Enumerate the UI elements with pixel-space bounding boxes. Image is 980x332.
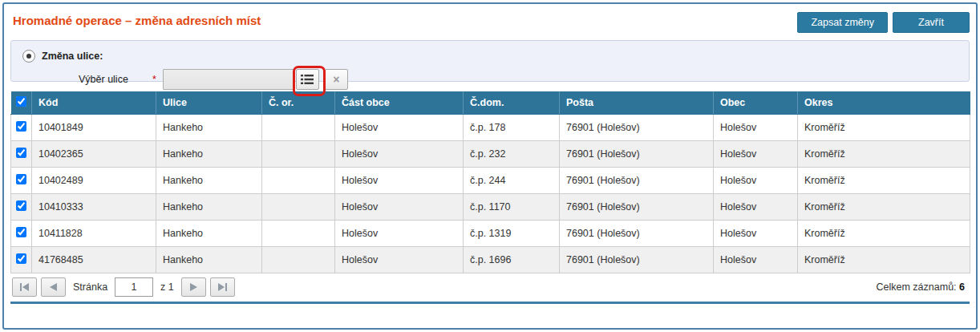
table-cell [262, 221, 335, 247]
total-records-label: Celkem záznamů: [877, 281, 957, 293]
table-row: 10402365HankehoHolešovč.p. 23276901 (Hol… [11, 141, 970, 168]
row-checkbox[interactable] [16, 200, 26, 211]
table-cell: č.p. 1319 [464, 221, 560, 247]
address-table: Kód Ulice Č. or. Část obce Č.dom. Pošta … [10, 91, 970, 273]
next-page-icon [190, 283, 197, 291]
total-records: Celkem záznamů: 6 [877, 281, 968, 293]
table-cell: Holešov [335, 194, 464, 221]
header-row: Kód Ulice Č. or. Část obce Č.dom. Pošta … [11, 91, 970, 115]
table-cell: Holešov [335, 115, 464, 141]
table-cell: Hankeho [156, 247, 262, 273]
row-checkbox[interactable] [16, 148, 26, 158]
table-cell: Holešov [335, 247, 464, 273]
table-cell: Hankeho [156, 115, 262, 141]
window: Hromadné operace – změna adresních míst … [2, 2, 978, 330]
list-icon [301, 75, 314, 84]
table-cell: 76901 (Holešov) [560, 168, 714, 194]
required-asterisk: * [152, 74, 156, 85]
last-page-button[interactable] [210, 277, 235, 297]
table-cell: Kroměříž [798, 194, 970, 221]
radio-dot [26, 54, 31, 59]
table-cell: Holešov [714, 194, 798, 221]
table-cell: Kroměříž [798, 221, 970, 247]
column-header-obec[interactable]: Obec [714, 91, 798, 115]
top-bar: Hromadné operace – změna adresních míst … [4, 4, 976, 33]
table-cell [262, 141, 335, 168]
page-count-label: z 1 [160, 281, 174, 293]
table-cell: 10411828 [32, 221, 156, 247]
street-input[interactable] [163, 69, 294, 90]
table-cell: Hankeho [156, 194, 262, 221]
table-cell: 10402365 [32, 141, 156, 168]
table-cell: Hankeho [156, 221, 262, 247]
page-label: Stránka [73, 281, 107, 293]
row-checkbox[interactable] [16, 174, 26, 184]
column-header-c-dom[interactable]: Č.dom. [464, 91, 560, 115]
clear-icon: × [333, 74, 339, 85]
table-cell: Holešov [714, 168, 798, 194]
pagination-bar: Stránka z 1 Celkem záznamů: 6 [10, 273, 970, 302]
table-row: 10411828HankehoHolešovč.p. 131976901 (Ho… [11, 221, 970, 247]
previous-page-button[interactable] [41, 277, 66, 297]
table-cell: Holešov [714, 221, 798, 247]
table-cell: č.p. 232 [464, 141, 560, 168]
address-grid: Kód Ulice Č. or. Část obce Č.dom. Pošta … [10, 91, 970, 304]
row-checkbox-cell [11, 115, 32, 141]
total-records-value: 6 [959, 281, 965, 293]
page-number-input[interactable] [115, 277, 153, 297]
table-cell: č.p. 1170 [464, 194, 560, 221]
table-cell: 41768485 [32, 247, 156, 273]
select-all-checkbox[interactable] [16, 96, 26, 107]
row-checkbox[interactable] [16, 253, 26, 264]
table-cell: Holešov [714, 115, 798, 141]
table-cell: 10402489 [32, 168, 156, 194]
close-button[interactable]: Zavřít [893, 12, 970, 33]
table-row: 10410333HankehoHolešovč.p. 117076901 (Ho… [11, 194, 970, 221]
first-page-button[interactable] [12, 277, 37, 297]
street-picker-button[interactable] [296, 69, 319, 90]
table-cell: č.p. 178 [464, 115, 560, 141]
last-page-icon [218, 283, 227, 291]
street-select-label: Výběr ulice [79, 74, 141, 85]
action-buttons: Zapsat změny Zavřít [797, 12, 970, 33]
table-cell: Hankeho [156, 141, 262, 168]
clear-street-button[interactable]: × [325, 69, 348, 90]
column-header-ulice[interactable]: Ulice [156, 91, 262, 115]
table-cell: č.p. 244 [464, 168, 560, 194]
column-header-okres[interactable]: Okres [798, 91, 970, 115]
table-cell: Kroměříž [798, 168, 970, 194]
table-row: 10401849HankehoHolešovč.p. 17876901 (Hol… [11, 115, 970, 141]
next-page-button[interactable] [181, 277, 206, 297]
street-change-panel: Změna ulice: Výběr ulice * × [10, 40, 970, 82]
table-cell: Holešov [335, 168, 464, 194]
table-cell: 76901 (Holešov) [560, 221, 714, 247]
table-cell: Hankeho [156, 168, 262, 194]
column-header-cast-obce[interactable]: Část obce [335, 91, 464, 115]
column-header-c-or[interactable]: Č. or. [262, 91, 335, 115]
row-checkbox-cell [11, 221, 32, 247]
table-cell: 10401849 [32, 115, 156, 141]
table-cell: 76901 (Holešov) [560, 115, 714, 141]
row-checkbox-cell [11, 141, 32, 168]
table-cell: Holešov [335, 221, 464, 247]
table-cell: č.p. 1696 [464, 247, 560, 273]
previous-page-icon [50, 283, 57, 291]
save-changes-button[interactable]: Zapsat změny [797, 12, 888, 33]
table-cell: 76901 (Holešov) [560, 194, 714, 221]
column-header-posta[interactable]: Pošta [560, 91, 714, 115]
radio-label: Změna ulice: [42, 51, 103, 62]
row-checkbox-cell [11, 168, 32, 194]
row-checkbox-cell [11, 194, 32, 221]
table-cell [262, 168, 335, 194]
row-checkbox[interactable] [16, 121, 26, 132]
column-header-kod[interactable]: Kód [32, 91, 156, 115]
table-cell [262, 247, 335, 273]
table-cell [262, 115, 335, 141]
table-cell: Holešov [714, 141, 798, 168]
row-checkbox[interactable] [16, 227, 26, 237]
table-cell [262, 194, 335, 221]
street-change-radio[interactable] [22, 50, 35, 63]
table-row: 10402489HankehoHolešovč.p. 24476901 (Hol… [11, 168, 970, 194]
table-cell: Kroměříž [798, 247, 970, 273]
table-cell: 10410333 [32, 194, 156, 221]
